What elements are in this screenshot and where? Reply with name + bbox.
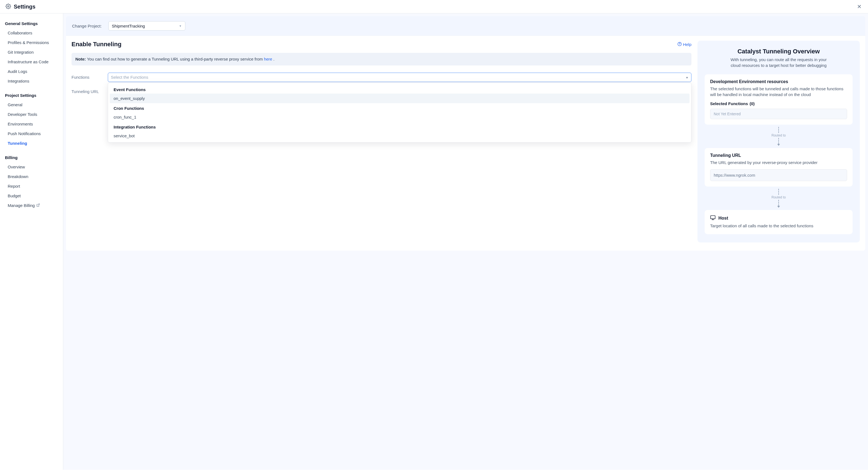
sidebar-item-label: General [8,102,22,107]
sidebar-item-developer-tools[interactable]: Developer Tools [0,110,63,119]
help-icon [677,42,682,47]
project-select-value: ShipmentTracking [112,24,145,28]
routed-to-label-2: Routed to [770,195,787,200]
tunneling-url-field-label: Tunneling URL [71,87,102,94]
dropdown-option-on-event-supply[interactable]: on_event_supply [110,93,689,103]
route-arrow-1: Routed to [705,127,852,146]
external-link-icon [36,203,40,208]
overview-title: Catalyst Tunneling Overview [705,48,852,55]
tunneling-url-placeholder: https://www.ngrok.com [710,169,847,181]
sidebar-item-infrastructure-as-code[interactable]: Infrastructure as Code [0,57,63,67]
host-title: Host [718,216,728,221]
dropdown-option-service-bot[interactable]: service_bot [110,131,689,141]
sidebar-item-push-notifications[interactable]: Push Notifications [0,129,63,139]
overview-subtitle: With tunneling, you can route all the re… [729,57,828,68]
sidebar-item-label: Infrastructure as Code [8,59,49,64]
sidebar-item-label: Overview [8,165,25,169]
sidebar-item-report[interactable]: Report [0,181,63,191]
selected-functions-box: Not Yet Entered [710,109,847,119]
gear-icon [5,4,11,10]
functions-combobox[interactable]: ▲ [108,72,691,82]
nav-section-general: General Settings [0,19,63,28]
svg-rect-4 [711,216,715,219]
functions-dropdown: Event Functions on_event_supply Cron Fun… [108,83,691,143]
sidebar-item-overview[interactable]: Overview [0,162,63,172]
panel-title: Enable Tunneling [71,41,122,48]
note-text-after: . [273,57,275,61]
host-card: Host Target location of all calls made t… [705,210,852,234]
nav-section-billing: Billing [0,153,63,162]
dropdown-group-integration: Integration Functions [110,122,689,131]
sidebar-item-label: Collaborators [8,31,32,35]
sidebar-item-label: Manage Billing [8,203,35,208]
sidebar-item-label: Integrations [8,79,29,83]
page-title: Settings [14,4,35,10]
tunneling-form-panel: Enable Tunneling Help Note: You can find… [71,41,691,242]
sidebar: General Settings Collaborators Profiles … [0,13,63,470]
sidebar-item-audit-logs[interactable]: Audit Logs [0,67,63,76]
sidebar-item-collaborators[interactable]: Collaborators [0,28,63,38]
sidebar-item-profiles-permissions[interactable]: Profiles & Permissions [0,38,63,47]
tunneling-url-card: Tunneling URL The URL generated by your … [705,148,852,186]
dev-env-title: Development Environment resources [710,79,847,84]
monitor-icon [710,215,716,221]
close-icon: ✕ [857,4,862,9]
sidebar-item-label: Profiles & Permissions [8,40,49,45]
selected-functions-label: Selected Functions [710,101,748,106]
dev-env-card: Development Environment resources The se… [705,74,852,125]
svg-point-0 [8,5,9,7]
sidebar-item-tunneling[interactable]: Tunneling [0,139,63,148]
routed-to-label: Routed to [770,133,787,138]
close-button[interactable]: ✕ [856,3,863,10]
sidebar-item-label: Push Notifications [8,131,41,136]
functions-field-label: Functions [71,72,102,80]
sidebar-item-label: Environments [8,122,33,126]
help-link-label: Help [683,42,691,47]
dev-env-desc: The selected functions will be tunneled … [710,86,847,97]
sidebar-item-label: Report [8,184,20,188]
note-text-before: You can find out how to generate a Tunne… [87,57,264,61]
chevron-up-icon: ▲ [686,76,688,79]
dropdown-group-cron: Cron Functions [110,103,689,112]
tunneling-url-title: Tunneling URL [710,153,847,158]
sidebar-item-git-integration[interactable]: Git Integration [0,47,63,57]
functions-input[interactable] [111,75,686,80]
tunneling-url-desc: The URL generated by your reverse-proxy … [710,159,847,166]
route-arrow-2: Routed to [705,189,852,208]
sidebar-item-environments[interactable]: Environments [0,119,63,129]
dropdown-group-event: Event Functions [110,85,689,93]
note-label: Note: [75,57,86,61]
sidebar-item-breakdown[interactable]: Breakdown [0,172,63,181]
sidebar-item-label: Developer Tools [8,112,37,117]
sidebar-item-integrations[interactable]: Integrations [0,76,63,86]
nav-section-project: Project Settings [0,91,63,100]
change-project-label: Change Project: [72,24,102,28]
dropdown-option-cron-func-1[interactable]: cron_func_1 [110,112,689,122]
sidebar-item-label: Breakdown [8,174,28,179]
sidebar-item-general[interactable]: General [0,100,63,110]
sidebar-item-label: Audit Logs [8,69,27,74]
help-link[interactable]: Help [677,42,691,47]
note-box: Note: You can find out how to generate a… [71,53,691,65]
svg-line-1 [38,204,40,206]
chevron-down-icon: ▼ [179,25,182,28]
main-content: Change Project: ShipmentTracking ▼ Enabl… [63,13,868,470]
host-desc: Target location of all calls made to the… [710,223,847,229]
note-here-link[interactable]: here [264,57,272,61]
project-select[interactable]: ShipmentTracking ▼ [108,21,185,31]
sidebar-item-manage-billing[interactable]: Manage Billing [0,201,63,210]
sidebar-item-budget[interactable]: Budget [0,191,63,201]
selected-functions-count: (0) [750,101,755,106]
sidebar-item-label: Budget [8,194,21,198]
sidebar-item-label: Git Integration [8,50,34,55]
sidebar-item-label: Tunneling [8,141,27,146]
project-bar: Change Project: ShipmentTracking ▼ [66,16,865,36]
overview-panel: Catalyst Tunneling Overview With tunneli… [698,41,860,242]
